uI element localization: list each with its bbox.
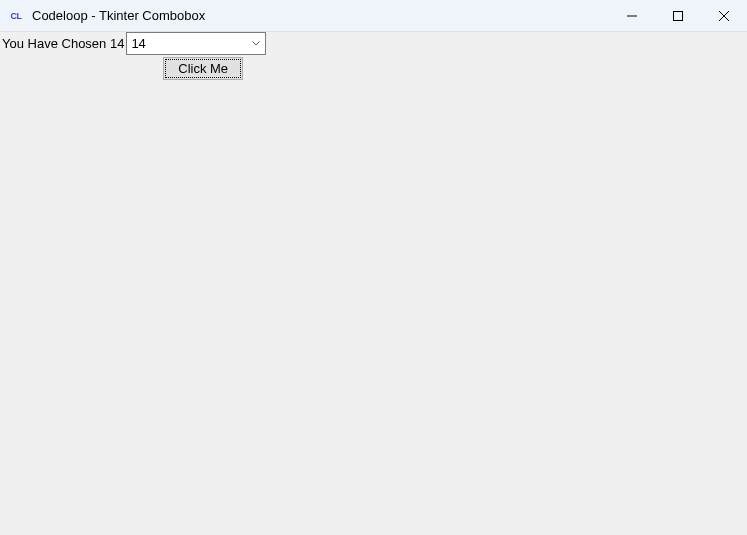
chevron-down-icon (247, 33, 265, 54)
maximize-button[interactable] (655, 0, 701, 32)
minimize-button[interactable] (609, 0, 655, 32)
window-controls (609, 0, 747, 31)
client-area: You Have Chosen 14 14 Click Me (0, 32, 747, 535)
maximize-icon (673, 11, 683, 21)
close-button[interactable] (701, 0, 747, 32)
svg-rect-1 (674, 12, 683, 21)
row-button: Click Me (0, 57, 266, 80)
app-window: CL Codeloop - Tkinter Combobox You Have … (0, 0, 747, 535)
click-me-button[interactable]: Click Me (163, 57, 243, 80)
app-icon: CL (8, 8, 24, 24)
combobox-value: 14 (127, 36, 247, 51)
number-combobox[interactable]: 14 (126, 32, 266, 55)
chosen-label: You Have Chosen 14 (0, 34, 125, 53)
close-icon (719, 11, 729, 21)
window-title: Codeloop - Tkinter Combobox (32, 8, 205, 23)
minimize-icon (627, 11, 637, 21)
content-grid: You Have Chosen 14 14 Click Me (0, 32, 266, 80)
row-combo: You Have Chosen 14 14 (0, 32, 266, 55)
titlebar: CL Codeloop - Tkinter Combobox (0, 0, 747, 32)
titlebar-left: CL Codeloop - Tkinter Combobox (8, 8, 205, 24)
